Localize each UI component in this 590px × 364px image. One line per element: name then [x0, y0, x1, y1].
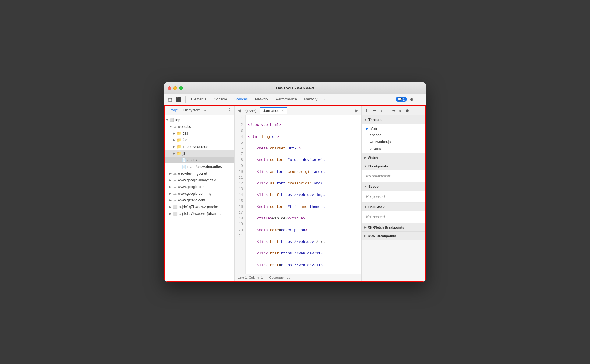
step-out-button[interactable]: ↑ [385, 107, 390, 114]
devtools-window: DevTools - web.dev/ ⬚ ⬛ Elements Console… [164, 82, 426, 282]
main-layout: Page Filesystem » ⋮ ▼ ⬜ top ▼ ☁ web.dev … [164, 105, 426, 282]
tab-close-button[interactable]: ✕ [281, 109, 284, 113]
code-editor[interactable]: 12345 678910 1112131415 1617181920 21 <!… [235, 115, 361, 274]
watch-arrow: ▶ [364, 156, 366, 159]
thread-webworker[interactable]: webworker.js [362, 138, 425, 145]
toolbar-right: 💬 1 ⚙ ⋮ [396, 96, 424, 103]
editor-tabs: ◀ (index) :formatted ✕ ▶ [235, 106, 361, 115]
tree-arrow [178, 165, 182, 168]
tree-label: top [175, 118, 180, 122]
run-snippet-button[interactable]: ▶ [355, 108, 358, 113]
tree-item-images[interactable]: ▶ 📁 images/courses [165, 143, 234, 150]
right-scroll[interactable]: ▼ Threads ▶ Main anchor webworker.js [362, 115, 425, 281]
thread-anchor[interactable]: anchor [362, 132, 425, 138]
thread-main[interactable]: ▶ Main [362, 125, 425, 132]
tab-network[interactable]: Network [252, 96, 272, 103]
tab-page[interactable]: Page [167, 107, 180, 114]
step-button[interactable]: ↪ [390, 107, 397, 114]
tab-filesystem[interactable]: Filesystem [180, 107, 203, 114]
step-over-button[interactable]: ↩ [371, 107, 378, 114]
tree-item-index[interactable]: 📄 (index) [165, 157, 234, 163]
tree-label: images/courses [183, 145, 208, 149]
watch-section-header[interactable]: ▶ Watch [362, 153, 425, 162]
file-icon: 📄 [182, 158, 186, 162]
tree-item-fonts[interactable]: ▶ 📁 fonts [165, 137, 234, 143]
debug-toolbar: ⏸ ↩ ↓ ↑ ↪ ⌀ ⏺ [362, 106, 425, 115]
tree-item-bframe[interactable]: ▶ ⬜ c-jdx1q7kwadwz (bfram… [165, 210, 234, 217]
tree-arrow: ▶ [173, 132, 177, 135]
tree-item-google-my[interactable]: ▶ ☁ www.google.com.my [165, 190, 234, 197]
tree-label: web.dev [178, 124, 192, 129]
tree-item-manifest[interactable]: 📄 manifest.webmanifest [165, 163, 234, 170]
threads-section-header[interactable]: ▼ Threads [362, 115, 425, 124]
folder-icon: 📁 [177, 145, 181, 149]
editor-status: Line 1, Column 1 Coverage: n/a [235, 274, 361, 281]
tree-item-google[interactable]: ▶ ☁ www.google.com [165, 184, 234, 190]
tree-item-top[interactable]: ▼ ⬜ top [165, 117, 234, 123]
scope-label: Scope [368, 185, 379, 188]
folder-icon: 📁 [177, 131, 181, 135]
dom-arrow: ▶ [364, 234, 366, 237]
minimize-button[interactable] [173, 86, 177, 90]
tree-arrow: ▶ [169, 185, 173, 188]
scope-section-header[interactable]: ▼ Scope [362, 182, 425, 191]
cloud-icon: ☁ [173, 124, 177, 129]
file-icon: 📄 [182, 165, 186, 169]
editor-tab-index[interactable]: (index) [242, 107, 260, 114]
callstack-arrow: ▼ [364, 205, 367, 208]
tree-label: (index) [187, 158, 199, 162]
tree-item-analytics[interactable]: ▶ ☁ www.google-analytics.c… [165, 177, 234, 184]
main-toolbar: ⬚ ⬛ Elements Console Sources Network Per… [164, 94, 426, 105]
notification-badge[interactable]: 💬 1 [396, 97, 407, 102]
watch-label: Watch [368, 156, 378, 159]
deactivate-breakpoints[interactable]: ⌀ [398, 107, 403, 114]
tree-item-js[interactable]: ▶ 📁 js [165, 150, 234, 157]
threads-content: ▶ Main anchor webworker.js bframe [362, 124, 425, 153]
more-tabs-button[interactable]: » [322, 96, 327, 103]
tree-label: www.google-analytics.c… [178, 178, 220, 182]
tree-item-gstatic[interactable]: ▶ ☁ www.gstatic.com [165, 197, 234, 204]
more-options-button[interactable]: ⋮ [416, 96, 424, 103]
breakpoints-section-header[interactable]: ▼ Breakpoints [362, 162, 425, 170]
close-button[interactable] [168, 86, 171, 90]
callstack-section-header[interactable]: ▼ Call Stack [362, 203, 425, 211]
dom-section-header[interactable]: ▶ DOM Breakpoints [362, 232, 425, 240]
tab-sources[interactable]: Sources [231, 96, 251, 103]
step-into-button[interactable]: ↓ [379, 107, 384, 114]
cloud-icon: ☁ [173, 191, 177, 196]
callstack-label: Call Stack [368, 205, 385, 209]
tree-label: css [183, 131, 188, 135]
pause-button[interactable]: ⏸ [364, 107, 371, 114]
panel-more-tabs[interactable]: » [204, 109, 206, 112]
tree-label: js [183, 151, 185, 156]
tree-item-imgix[interactable]: ▶ ☁ web-dev.imgix.net [165, 170, 234, 177]
maximize-button[interactable] [179, 86, 183, 90]
settings-button[interactable]: ⚙ [408, 96, 415, 103]
tree-arrow: ▶ [169, 192, 173, 195]
thread-active-arrow: ▶ [366, 127, 368, 130]
inspect-button[interactable]: ⬚ [166, 96, 173, 103]
tab-performance[interactable]: Performance [273, 96, 300, 103]
tab-console[interactable]: Console [211, 96, 230, 103]
breakpoints-label: Breakpoints [368, 164, 388, 168]
editor-tab-formatted[interactable]: :formatted ✕ [260, 107, 287, 114]
titlebar: DevTools - web.dev/ [164, 82, 426, 94]
pause-on-exceptions[interactable]: ⏺ [403, 107, 411, 114]
frame-icon: ⬜ [169, 118, 174, 122]
notif-count: 1 [403, 98, 405, 101]
tab-back-button[interactable]: ◀ [236, 108, 242, 113]
tree-item-anchor[interactable]: ▶ ⬜ a-jdx1q7kwadwz (ancho… [165, 204, 234, 210]
xhr-section-header[interactable]: ▶ XHR/fetch Breakpoints [362, 223, 425, 232]
tree-arrow: ▶ [169, 199, 173, 202]
thread-bframe[interactable]: bframe [362, 145, 425, 152]
panel-menu-button[interactable]: ⋮ [227, 107, 232, 113]
tree-item-webdev[interactable]: ▼ ☁ web.dev [165, 123, 234, 130]
device-button[interactable]: ⬛ [175, 96, 183, 103]
file-tree: ▼ ⬜ top ▼ ☁ web.dev ▶ 📁 css ▶ 📁 [165, 115, 234, 281]
xhr-arrow: ▶ [364, 226, 366, 229]
tab-memory[interactable]: Memory [301, 96, 320, 103]
tree-item-css[interactable]: ▶ 📁 css [165, 130, 234, 137]
breakpoints-arrow: ▼ [364, 165, 367, 168]
tab-elements[interactable]: Elements [188, 96, 209, 103]
tree-label: web-dev.imgix.net [178, 171, 207, 176]
